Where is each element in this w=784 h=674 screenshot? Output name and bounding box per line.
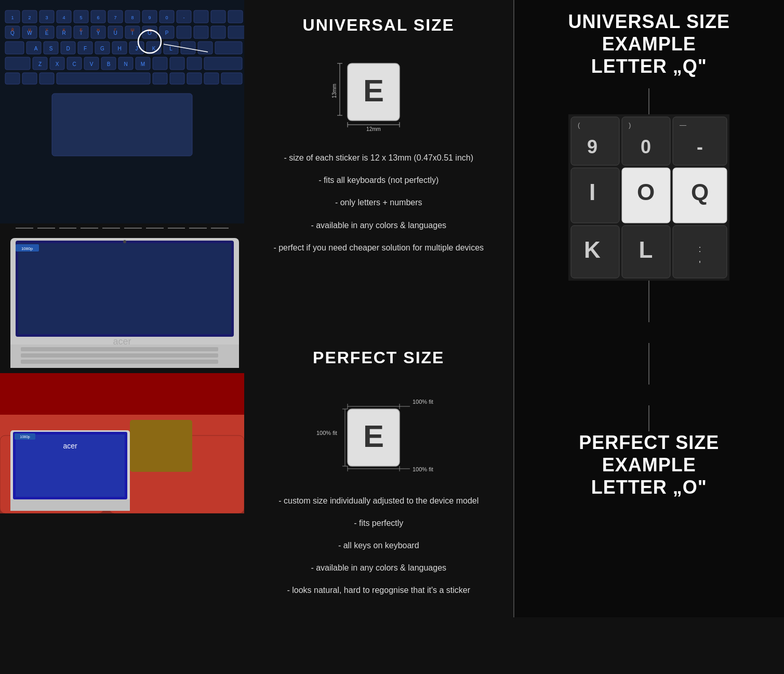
svg-rect-100: [5, 73, 20, 84]
keyboard-photo-top: 1 2 3 4 5 6 7 8 9 0 -: [0, 0, 244, 223]
feature-colors: - available in any colors & languages: [255, 214, 503, 236]
svg-text:(: (: [578, 121, 580, 129]
svg-text:G: G: [100, 46, 104, 51]
svg-text:V: V: [90, 61, 94, 67]
svg-rect-89: [153, 57, 167, 70]
svg-rect-38: [211, 26, 225, 38]
svg-rect-36: [177, 26, 191, 38]
svg-rect-91: [187, 57, 202, 70]
keyboard-closeup: ( 9 ) 0 — - I O: [568, 114, 729, 281]
svg-rect-107: [204, 73, 219, 84]
svg-text:B: B: [107, 61, 111, 67]
svg-rect-37: [194, 26, 208, 38]
svg-text:K: K: [152, 46, 156, 51]
perfect-feature-colors: - available in any colors & languages: [255, 557, 503, 579]
svg-text:3: 3: [45, 15, 48, 20]
svg-text:9: 9: [587, 136, 597, 157]
svg-rect-108: [221, 73, 242, 84]
svg-text:): ): [629, 121, 631, 129]
laptop-couch-photo: acer 1080p: [0, 373, 244, 513]
svg-text:C: C: [72, 61, 76, 67]
svg-text:N: N: [124, 61, 127, 67]
svg-text:P: P: [165, 30, 169, 36]
svg-text:D: D: [66, 46, 70, 51]
svg-text:X: X: [56, 61, 59, 67]
svg-text:J: J: [136, 46, 138, 51]
svg-text:Й: Й: [11, 28, 14, 32]
svg-text:2: 2: [28, 15, 31, 20]
laptop-photo-1: acer 1080p: [0, 233, 244, 373]
svg-text:8: 8: [131, 15, 134, 20]
svg-text:K: K: [584, 237, 601, 262]
svg-text:E: E: [363, 73, 384, 108]
svg-rect-14: [228, 10, 243, 23]
svg-text:Ш: Ш: [131, 28, 134, 32]
vertical-divider-bottom: [648, 281, 649, 322]
svg-text:L: L: [169, 46, 172, 51]
svg-text:-: -: [697, 136, 703, 157]
svg-text:0: 0: [165, 15, 168, 20]
svg-rect-59: [5, 42, 24, 54]
svg-text:5: 5: [79, 15, 82, 20]
svg-rect-90: [170, 57, 184, 70]
universal-title: UNIVERSAL SIZE: [303, 16, 455, 35]
perfect-feature-custom: - custom size individually adjusted to t…: [255, 490, 503, 512]
svg-text:9: 9: [148, 15, 151, 20]
svg-rect-120: [21, 353, 218, 358]
vertical-divider-perfect-top: [648, 343, 649, 385]
universal-example-title: UNIVERSAL SIZEEXAMPLELETTER „Q": [568, 10, 730, 78]
svg-text::: :: [699, 244, 701, 254]
svg-text:F: F: [84, 46, 87, 51]
svg-text:Н: Н: [97, 28, 99, 32]
dot-separator-top: [0, 223, 244, 233]
svg-rect-81: [5, 57, 30, 70]
svg-text:Q: Q: [691, 179, 709, 205]
svg-rect-70: [198, 42, 212, 54]
svg-rect-134: [10, 499, 130, 511]
svg-text:S: S: [49, 46, 53, 51]
svg-text:-: -: [183, 15, 185, 20]
feature-fits: - fits all keyboards (not perfectly): [255, 169, 503, 191]
svg-text:13mm: 13mm: [332, 84, 337, 98]
svg-text:Е: Е: [80, 28, 83, 32]
perfect-feature-fits: - fits perfectly: [255, 512, 503, 534]
universal-features: - size of each sticker is 12 x 13mm (0.4…: [255, 147, 503, 259]
svg-text:acer: acer: [63, 442, 77, 450]
feature-size: - size of each sticker is 12 x 13mm (0.4…: [255, 147, 503, 169]
perfect-example-title: PERFECT SIZEEXAMPLELETTER „O": [579, 431, 719, 499]
svg-rect-111: [52, 94, 192, 156]
svg-text:6: 6: [97, 15, 99, 20]
svg-text:100% fit: 100% fit: [413, 399, 433, 405]
svg-rect-103: [57, 73, 150, 84]
svg-text:У: У: [46, 28, 48, 32]
svg-rect-101: [22, 73, 37, 84]
svg-text:': ': [699, 259, 701, 270]
svg-rect-129: [130, 420, 192, 472]
svg-text:4: 4: [62, 15, 65, 20]
svg-rect-12: [194, 10, 208, 23]
perfect-example-panel: PERFECT SIZEEXAMPLELETTER „O": [514, 333, 785, 617]
svg-rect-115: [18, 243, 231, 334]
svg-text:1: 1: [11, 15, 14, 20]
perfect-title: PERFECT SIZE: [313, 348, 444, 367]
svg-text:—: —: [680, 121, 686, 129]
svg-rect-119: [21, 347, 218, 351]
svg-rect-105: [170, 73, 184, 84]
svg-text:M: M: [141, 61, 145, 67]
svg-text:A: A: [34, 46, 38, 51]
perfect-size-panel: PERFECT SIZE 100% fit 100% fit 100% fit: [244, 333, 514, 617]
svg-text:I: I: [589, 179, 595, 205]
svg-text:12mm: 12mm: [366, 126, 381, 131]
svg-text:Г: Г: [114, 28, 116, 32]
svg-rect-104: [153, 73, 167, 84]
svg-rect-121: [21, 360, 218, 364]
svg-text:H: H: [117, 46, 121, 51]
svg-text:1080p: 1080p: [21, 246, 33, 251]
feature-letters: - only letters + numbers: [255, 191, 503, 214]
svg-text:L: L: [639, 237, 653, 262]
svg-text:O: O: [637, 179, 655, 205]
svg-rect-92: [204, 57, 242, 70]
svg-rect-71: [215, 42, 242, 54]
svg-text:7: 7: [114, 15, 116, 20]
svg-text:Ц: Ц: [28, 28, 31, 32]
